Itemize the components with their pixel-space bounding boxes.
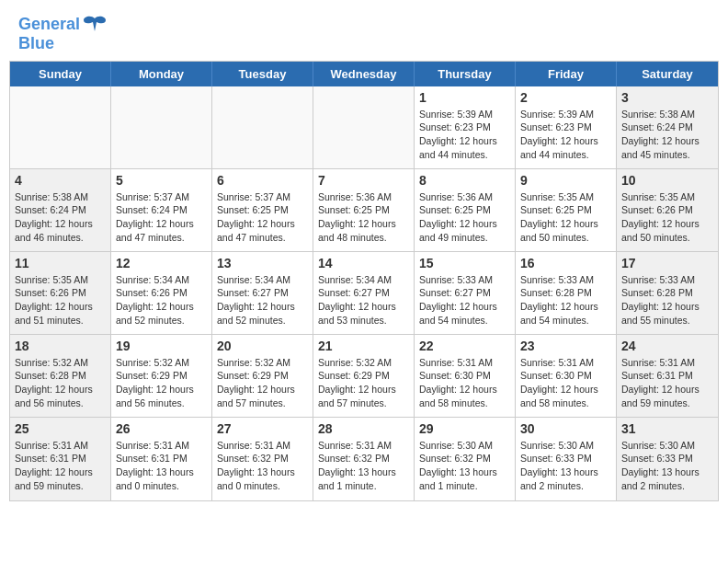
table-row: 15Sunrise: 5:33 AMSunset: 6:27 PMDayligh… bbox=[415, 252, 516, 335]
day-number: 19 bbox=[116, 339, 207, 353]
table-row: 31Sunrise: 5:30 AMSunset: 6:33 PMDayligh… bbox=[617, 418, 718, 500]
table-row: 17Sunrise: 5:33 AMSunset: 6:28 PMDayligh… bbox=[617, 252, 718, 335]
cell-info: Sunrise: 5:34 AMSunset: 6:27 PMDaylight:… bbox=[217, 273, 308, 327]
cell-info: Sunrise: 5:32 AMSunset: 6:29 PMDaylight:… bbox=[116, 356, 207, 410]
day-number: 26 bbox=[116, 421, 207, 436]
day-number: 24 bbox=[621, 339, 713, 353]
day-number: 18 bbox=[15, 339, 106, 353]
table-row: 11Sunrise: 5:35 AMSunset: 6:26 PMDayligh… bbox=[10, 252, 111, 335]
cell-info: Sunrise: 5:31 AMSunset: 6:30 PMDaylight:… bbox=[419, 356, 510, 410]
table-row: 28Sunrise: 5:31 AMSunset: 6:32 PMDayligh… bbox=[313, 418, 415, 500]
table-row: 12Sunrise: 5:34 AMSunset: 6:26 PMDayligh… bbox=[111, 252, 212, 335]
cell-info: Sunrise: 5:33 AMSunset: 6:27 PMDaylight:… bbox=[419, 273, 510, 327]
table-row: 21Sunrise: 5:32 AMSunset: 6:29 PMDayligh… bbox=[313, 335, 415, 418]
table-row: 26Sunrise: 5:31 AMSunset: 6:31 PMDayligh… bbox=[111, 418, 212, 500]
table-row: 13Sunrise: 5:34 AMSunset: 6:27 PMDayligh… bbox=[212, 252, 313, 335]
cell-info: Sunrise: 5:36 AMSunset: 6:25 PMDaylight:… bbox=[318, 190, 409, 245]
day-number: 13 bbox=[217, 256, 308, 270]
day-number: 30 bbox=[520, 421, 611, 436]
cell-info: Sunrise: 5:32 AMSunset: 6:28 PMDaylight:… bbox=[15, 356, 106, 410]
table-row: 24Sunrise: 5:31 AMSunset: 6:31 PMDayligh… bbox=[617, 335, 718, 418]
day-header-wednesday: Wednesday bbox=[313, 62, 415, 86]
day-number: 29 bbox=[419, 421, 510, 436]
day-number: 14 bbox=[318, 256, 409, 270]
table-row: 5Sunrise: 5:37 AMSunset: 6:24 PMDaylight… bbox=[111, 169, 212, 252]
table-row bbox=[111, 86, 212, 169]
day-number: 21 bbox=[318, 339, 409, 353]
table-row: 16Sunrise: 5:33 AMSunset: 6:28 PMDayligh… bbox=[516, 252, 617, 335]
cell-info: Sunrise: 5:31 AMSunset: 6:31 PMDaylight:… bbox=[15, 439, 106, 493]
table-row: 7Sunrise: 5:36 AMSunset: 6:25 PMDaylight… bbox=[313, 169, 415, 252]
day-number: 5 bbox=[116, 173, 207, 188]
cell-info: Sunrise: 5:31 AMSunset: 6:32 PMDaylight:… bbox=[318, 439, 409, 493]
day-header-friday: Friday bbox=[516, 62, 617, 86]
day-header-tuesday: Tuesday bbox=[212, 62, 313, 86]
day-number: 22 bbox=[419, 339, 510, 353]
table-row bbox=[212, 86, 313, 169]
table-row: 4Sunrise: 5:38 AMSunset: 6:24 PMDaylight… bbox=[10, 169, 111, 252]
table-row: 6Sunrise: 5:37 AMSunset: 6:25 PMDaylight… bbox=[212, 169, 313, 252]
day-number: 1 bbox=[419, 90, 510, 105]
table-row: 18Sunrise: 5:32 AMSunset: 6:28 PMDayligh… bbox=[10, 335, 111, 418]
table-row: 22Sunrise: 5:31 AMSunset: 6:30 PMDayligh… bbox=[415, 335, 516, 418]
table-row: 8Sunrise: 5:36 AMSunset: 6:25 PMDaylight… bbox=[415, 169, 516, 252]
cell-info: Sunrise: 5:39 AMSunset: 6:23 PMDaylight:… bbox=[419, 108, 510, 162]
cell-info: Sunrise: 5:31 AMSunset: 6:31 PMDaylight:… bbox=[621, 356, 713, 410]
day-number: 20 bbox=[217, 339, 308, 353]
day-header-thursday: Thursday bbox=[415, 62, 516, 86]
cell-info: Sunrise: 5:31 AMSunset: 6:30 PMDaylight:… bbox=[520, 356, 611, 410]
day-number: 28 bbox=[318, 421, 409, 436]
day-number: 11 bbox=[15, 256, 106, 270]
table-row: 3Sunrise: 5:38 AMSunset: 6:24 PMDaylight… bbox=[617, 86, 718, 169]
table-row: 9Sunrise: 5:35 AMSunset: 6:25 PMDaylight… bbox=[516, 169, 617, 252]
cell-info: Sunrise: 5:35 AMSunset: 6:26 PMDaylight:… bbox=[621, 190, 713, 245]
day-number: 16 bbox=[520, 256, 611, 270]
table-row bbox=[10, 86, 111, 169]
calendar: SundayMondayTuesdayWednesdayThursdayFrid… bbox=[9, 61, 719, 501]
table-row: 30Sunrise: 5:30 AMSunset: 6:33 PMDayligh… bbox=[516, 418, 617, 500]
day-number: 9 bbox=[520, 173, 611, 188]
table-row: 27Sunrise: 5:31 AMSunset: 6:32 PMDayligh… bbox=[212, 418, 313, 500]
day-number: 8 bbox=[419, 173, 510, 188]
day-number: 10 bbox=[621, 173, 713, 188]
cell-info: Sunrise: 5:38 AMSunset: 6:24 PMDaylight:… bbox=[621, 108, 713, 162]
day-number: 27 bbox=[217, 421, 308, 436]
day-number: 17 bbox=[621, 256, 713, 270]
cell-info: Sunrise: 5:34 AMSunset: 6:26 PMDaylight:… bbox=[116, 273, 207, 327]
day-number: 7 bbox=[318, 173, 409, 188]
cell-info: Sunrise: 5:36 AMSunset: 6:25 PMDaylight:… bbox=[419, 190, 510, 245]
day-number: 15 bbox=[419, 256, 510, 270]
table-row: 19Sunrise: 5:32 AMSunset: 6:29 PMDayligh… bbox=[111, 335, 212, 418]
day-number: 6 bbox=[217, 173, 308, 188]
cell-info: Sunrise: 5:30 AMSunset: 6:33 PMDaylight:… bbox=[621, 439, 713, 493]
cell-info: Sunrise: 5:33 AMSunset: 6:28 PMDaylight:… bbox=[520, 273, 611, 327]
page-header: General Blue bbox=[0, 0, 728, 61]
table-row bbox=[313, 86, 415, 169]
page-container: General Blue SundayMondayTuesdayWednesda… bbox=[0, 0, 728, 501]
cell-info: Sunrise: 5:30 AMSunset: 6:32 PMDaylight:… bbox=[419, 439, 510, 493]
cell-info: Sunrise: 5:37 AMSunset: 6:25 PMDaylight:… bbox=[217, 190, 308, 245]
day-number: 23 bbox=[520, 339, 611, 353]
logo: General Blue bbox=[18, 15, 108, 53]
day-number: 25 bbox=[15, 421, 106, 436]
day-headers-row: SundayMondayTuesdayWednesdayThursdayFrid… bbox=[10, 62, 718, 86]
cell-info: Sunrise: 5:39 AMSunset: 6:23 PMDaylight:… bbox=[520, 108, 611, 162]
cell-info: Sunrise: 5:32 AMSunset: 6:29 PMDaylight:… bbox=[318, 356, 409, 410]
table-row: 23Sunrise: 5:31 AMSunset: 6:30 PMDayligh… bbox=[516, 335, 617, 418]
cell-info: Sunrise: 5:34 AMSunset: 6:27 PMDaylight:… bbox=[318, 273, 409, 327]
day-number: 3 bbox=[621, 90, 713, 105]
day-number: 4 bbox=[15, 173, 106, 188]
cell-info: Sunrise: 5:31 AMSunset: 6:32 PMDaylight:… bbox=[217, 439, 308, 493]
calendar-grid: 1Sunrise: 5:39 AMSunset: 6:23 PMDaylight… bbox=[10, 86, 718, 500]
table-row: 20Sunrise: 5:32 AMSunset: 6:29 PMDayligh… bbox=[212, 335, 313, 418]
cell-info: Sunrise: 5:37 AMSunset: 6:24 PMDaylight:… bbox=[116, 190, 207, 245]
day-header-sunday: Sunday bbox=[10, 62, 111, 86]
table-row: 1Sunrise: 5:39 AMSunset: 6:23 PMDaylight… bbox=[415, 86, 516, 169]
table-row: 29Sunrise: 5:30 AMSunset: 6:32 PMDayligh… bbox=[415, 418, 516, 500]
day-number: 31 bbox=[621, 421, 713, 436]
logo-icon bbox=[82, 15, 108, 35]
logo-blue-text: Blue bbox=[18, 35, 54, 53]
cell-info: Sunrise: 5:33 AMSunset: 6:28 PMDaylight:… bbox=[621, 273, 713, 327]
cell-info: Sunrise: 5:32 AMSunset: 6:29 PMDaylight:… bbox=[217, 356, 308, 410]
cell-info: Sunrise: 5:30 AMSunset: 6:33 PMDaylight:… bbox=[520, 439, 611, 493]
